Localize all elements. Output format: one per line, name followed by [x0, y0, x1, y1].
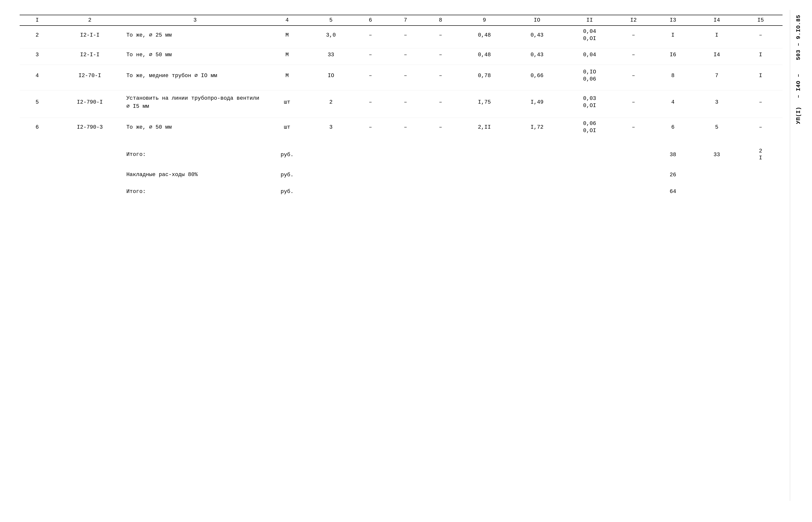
- cell-row3-col1: 3: [20, 48, 55, 61]
- cell-row3-col11: 0,04: [563, 48, 616, 61]
- cell-row4-col2: I2-70-I: [55, 65, 125, 87]
- cell-row5-col9: I,75: [458, 90, 511, 115]
- cell-row3-col10: 0,43: [511, 48, 563, 61]
- total-row-2: Итого:руб.64: [20, 186, 783, 198]
- header-col10: IO: [511, 15, 563, 25]
- cell-row2-col10: 0,43: [511, 25, 563, 45]
- cell-row5-col13: 4: [651, 90, 695, 115]
- cell-row6-col9: 2,II: [458, 118, 511, 137]
- cell-row3-col6: –: [353, 48, 388, 61]
- cell-row3-col14: I4: [695, 48, 739, 61]
- page-wrapper: I 2 3 4 5 6 7 8 9 IO II I2 I3 I4 I5: [5, 10, 807, 501]
- cell-row2-col9: 0,48: [458, 25, 511, 45]
- side-label-extra: – I4O –: [795, 74, 802, 98]
- cell-row3-col4: М: [265, 48, 309, 61]
- cell-row5-col11: 0,030,OI: [563, 90, 616, 115]
- table-row: 4I2-70-IТо же, медние трубoн ∅ IO ммМIO–…: [20, 65, 783, 87]
- cell-row2-col12: –: [616, 25, 651, 45]
- table-body: 2I2-I-IТо же, ∅ 25 ммМ3,0–––0,480,430,04…: [20, 25, 783, 140]
- cell-row4-col10: 0,66: [511, 65, 563, 87]
- table-area: I 2 3 4 5 6 7 8 9 IO II I2 I3 I4 I5: [5, 10, 790, 501]
- header-col5: 5: [309, 15, 353, 25]
- side-label-top: 503 – 9.IO.85: [795, 15, 802, 60]
- cell-row6-col15: –: [738, 118, 783, 137]
- header-col8: 8: [423, 15, 458, 25]
- cell-row3-col13: I6: [651, 48, 695, 61]
- total-unit-0: руб.: [265, 145, 309, 164]
- header-col1: I: [20, 15, 55, 25]
- cell-row5-col2: I2-790-I: [55, 90, 125, 115]
- cell-row4-col1: 4: [20, 65, 55, 87]
- cell-row5-col6: –: [353, 90, 388, 115]
- totals-section: Итого:руб.38332IНакладные рас-ходы 80%ру…: [20, 145, 783, 203]
- header-row: I 2 3 4 5 6 7 8 9 IO II I2 I3 I4 I5: [20, 15, 783, 25]
- cell-row6-col12: –: [616, 118, 651, 137]
- header-col15: I5: [738, 15, 783, 25]
- header-col14: I4: [695, 15, 739, 25]
- table-row: 3I2-I-IТо не, ∅ 50 ммМ33–––0,480,430,04–…: [20, 48, 783, 61]
- cell-row6-col6: –: [353, 118, 388, 137]
- cell-row3-col5: 33: [309, 48, 353, 61]
- total-unit-2: руб.: [265, 186, 309, 198]
- header-col2: 2: [55, 15, 125, 25]
- cell-row2-col4: М: [265, 25, 309, 45]
- cell-row4-col11: 0,IO0,06: [563, 65, 616, 87]
- header-col13: I3: [651, 15, 695, 25]
- cell-row2-col1: 2: [20, 25, 55, 45]
- header-col11: II: [563, 15, 616, 25]
- cell-row5-col1: 5: [20, 90, 55, 115]
- header-col4: 4: [265, 15, 309, 25]
- cell-row4-col9: 0,78: [458, 65, 511, 87]
- cell-row2-col2: I2-I-I: [55, 25, 125, 45]
- total-col15-0: 2I: [738, 145, 783, 164]
- cell-row2-col6: –: [353, 25, 388, 45]
- cell-row6-col13: 6: [651, 118, 695, 137]
- header-col6: 6: [353, 15, 388, 25]
- total-label-2: Итого:: [125, 186, 265, 198]
- cell-row5-col14: 3: [695, 90, 739, 115]
- cell-row6-col8: –: [423, 118, 458, 137]
- cell-row6-col14: 5: [695, 118, 739, 137]
- total-col14-0: 33: [695, 145, 739, 164]
- table-row: 6I2-790-3То же, ∅ 50 ммшт3–––2,III,720,0…: [20, 118, 783, 137]
- cell-row3-col9: 0,48: [458, 48, 511, 61]
- cell-row6-col10: I,72: [511, 118, 563, 137]
- total-label-1: Накладные рас-ходы 80%: [125, 169, 265, 181]
- cell-row6-col3: То же, ∅ 50 мм: [125, 118, 265, 137]
- total-col13-1: 26: [651, 169, 695, 181]
- cell-row5-col8: –: [423, 90, 458, 115]
- cell-row4-col15: I: [738, 65, 783, 87]
- cell-row4-col5: IO: [309, 65, 353, 87]
- cell-row6-col2: I2-790-3: [55, 118, 125, 137]
- cell-row4-col8: –: [423, 65, 458, 87]
- cell-row4-col12: –: [616, 65, 651, 87]
- cell-row4-col14: 7: [695, 65, 739, 87]
- cell-row5-col5: 2: [309, 90, 353, 115]
- cell-row2-col11: 0,040,OI: [563, 25, 616, 45]
- table-row: 2I2-I-IТо же, ∅ 25 ммМ3,0–––0,480,430,04…: [20, 25, 783, 45]
- cell-row6-col1: 6: [20, 118, 55, 137]
- cell-row3-col7: –: [388, 48, 423, 61]
- cell-row5-col7: –: [388, 90, 423, 115]
- side-label-bottom: УП(I): [795, 106, 802, 124]
- total-unit-1: руб.: [265, 169, 309, 181]
- cell-row2-col7: –: [388, 25, 423, 45]
- side-label-container: 503 – 9.IO.85 – I4O – УП(I): [790, 10, 807, 501]
- cell-row5-col4: шт: [265, 90, 309, 115]
- cell-row5-col3: Установить на линии трубопро-вода вентил…: [125, 90, 265, 115]
- cell-row4-col4: М: [265, 65, 309, 87]
- cell-row2-col5: 3,0: [309, 25, 353, 45]
- cell-row6-col11: 0,060,OI: [563, 118, 616, 137]
- total-row-0: Итого:руб.38332I: [20, 145, 783, 164]
- total-col14-1: [695, 169, 739, 181]
- table-row: 5I2-790-IУстановить на линии трубопро-во…: [20, 90, 783, 115]
- cell-row5-col15: –: [738, 90, 783, 115]
- total-row-1: Накладные рас-ходы 80%руб.26: [20, 169, 783, 181]
- cell-row3-col15: I: [738, 48, 783, 61]
- header-col12: I2: [616, 15, 651, 25]
- cell-row5-col10: I,49: [511, 90, 563, 115]
- cell-row2-col3: То же, ∅ 25 мм: [125, 25, 265, 45]
- cell-row6-col5: 3: [309, 118, 353, 137]
- total-col15-2: [738, 186, 783, 198]
- cell-row5-col12: –: [616, 90, 651, 115]
